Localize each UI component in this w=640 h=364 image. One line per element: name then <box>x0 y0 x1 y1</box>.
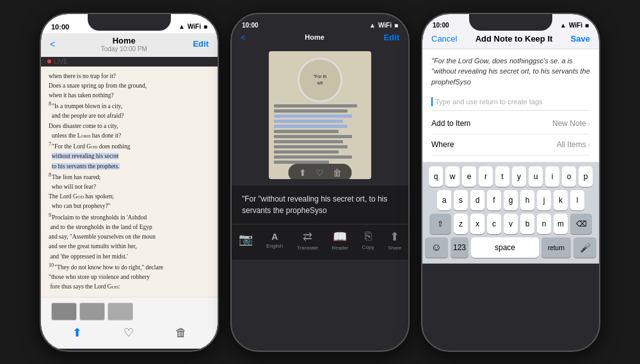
caption-text: "For "without revealing his secret ort, … <box>242 193 398 216</box>
key-i[interactable]: i <box>545 166 559 187</box>
key-123[interactable]: 123 <box>451 237 468 258</box>
cancel-button[interactable]: Cancel <box>431 34 457 44</box>
reader-label: Reader <box>332 245 348 251</box>
image-tool-2[interactable]: ♡ <box>316 168 324 178</box>
thumb-2[interactable] <box>79 303 105 320</box>
key-s[interactable]: s <box>454 190 468 210</box>
translate-icon: ⇄ <box>303 230 312 244</box>
battery-icon: ■ <box>204 23 207 30</box>
status-bar-3: 10:00 ▲ WiFi ■ <box>422 14 599 31</box>
share-icon[interactable]: ⬆ <box>72 326 82 340</box>
trash-icon[interactable]: 🗑 <box>175 326 187 340</box>
image-tool-1[interactable]: ⬆ <box>299 168 307 178</box>
wifi-icon-2: WiFi <box>378 22 392 29</box>
camera-icon: 📷 <box>239 232 253 246</box>
heart-icon[interactable]: ♡ <box>124 326 134 340</box>
nav-bar-2: < Home Edit <box>232 31 408 45</box>
thumb-1[interactable] <box>51 303 77 320</box>
phone1-screen: 10:00 ▲ WiFi ■ < Home Today 10:00 PM Edi… <box>41 14 218 349</box>
key-r[interactable]: r <box>479 166 493 187</box>
key-return[interactable]: return <box>541 237 571 258</box>
key-a[interactable]: a <box>437 190 451 210</box>
keyboard-row-4: ☺ 123 space return 🎤 <box>425 237 596 258</box>
english-icon: A <box>271 232 278 242</box>
key-h[interactable]: h <box>520 190 534 210</box>
bottom-toolbar-1: ⬆ ♡ 🗑 <box>41 297 218 349</box>
nav-title-3: Add Note to Keep It <box>476 34 553 44</box>
tag-input-row[interactable]: Type and use return to create tags <box>431 93 590 111</box>
key-shift[interactable]: ⇧ <box>429 214 451 234</box>
key-k[interactable]: k <box>554 190 568 210</box>
time-3: 10:00 <box>433 22 449 29</box>
reader-icon: 📖 <box>333 230 347 244</box>
bottom-icons-1: ⬆ ♡ 🗑 <box>51 326 207 340</box>
battery-icon-2: ■ <box>394 22 398 29</box>
live-dot <box>47 59 51 63</box>
wifi-icon: WiFi <box>188 23 201 30</box>
english-label: English <box>266 243 283 249</box>
wifi-icon-3: WiFi <box>569 22 582 29</box>
edit-button-2[interactable]: Edit <box>383 33 399 42</box>
phone3-screen: 10:00 ▲ WiFi ■ Cancel Add Note to Keep I… <box>422 14 599 264</box>
add-to-item-label: Add to Item <box>431 119 470 128</box>
tool-share[interactable]: ⬆ Share <box>388 230 401 251</box>
mic-button[interactable]: 🎤 <box>573 237 596 258</box>
phone-1: 10:00 ▲ WiFi ■ < Home Today 10:00 PM Edi… <box>40 13 219 352</box>
nav-subtitle-1: Today 10:00 PM <box>101 45 147 52</box>
live-badge: LIVE <box>41 57 218 67</box>
share-label: Share <box>388 245 401 251</box>
status-bar-1: 10:00 ▲ WiFi ■ <box>41 14 218 33</box>
phone-3: 10:00 ▲ WiFi ■ Cancel Add Note to Keep I… <box>421 13 600 352</box>
key-y[interactable]: y <box>512 166 526 187</box>
scanned-page: "For thwit <box>269 51 371 179</box>
key-c[interactable]: c <box>487 214 501 234</box>
signal-icon-2: ▲ <box>369 22 376 29</box>
where-value-group: All Items › <box>557 140 590 149</box>
edit-button-1[interactable]: Edit <box>193 39 209 49</box>
key-o[interactable]: o <box>562 166 576 187</box>
back-button-1[interactable]: < <box>50 39 55 49</box>
add-to-item-row[interactable]: Add to Item New Note › <box>431 113 590 134</box>
key-q[interactable]: q <box>429 166 443 187</box>
key-l[interactable]: l <box>570 190 584 210</box>
battery-icon-3: ■ <box>585 22 589 29</box>
key-backspace[interactable]: ⌫ <box>570 214 592 234</box>
key-v[interactable]: v <box>504 214 518 234</box>
key-d[interactable]: d <box>470 190 484 210</box>
tool-copy[interactable]: ⎘ Copy <box>362 230 374 250</box>
tool-camera[interactable]: 📷 <box>239 232 253 248</box>
key-b[interactable]: b <box>520 214 534 234</box>
key-u[interactable]: u <box>529 166 543 187</box>
bottom-toolbar-2: 📷 A English ⇄ Translate 📖 Reader ⎘ <box>232 224 408 260</box>
tool-english[interactable]: A English <box>266 232 283 249</box>
quote-text: "For the Lord Gow, does nothinggsc's se.… <box>431 56 590 88</box>
key-z[interactable]: z <box>454 214 468 234</box>
tool-reader[interactable]: 📖 Reader <box>332 230 348 251</box>
key-x[interactable]: x <box>470 214 484 234</box>
image-tool-3[interactable]: 🗑 <box>333 168 342 178</box>
tool-translate[interactable]: ⇄ Translate <box>297 230 318 251</box>
key-g[interactable]: g <box>504 190 518 210</box>
bible-text: when there is no trap for it? Does a sna… <box>41 67 218 297</box>
key-e[interactable]: e <box>462 166 476 187</box>
key-m[interactable]: m <box>554 214 568 234</box>
where-row[interactable]: Where All Items › <box>431 134 590 155</box>
back-button-2[interactable]: < <box>241 33 246 42</box>
nav-title-2: Home <box>305 33 324 41</box>
time-2: 10:00 <box>242 22 259 29</box>
emoji-button[interactable]: ☺ <box>425 237 448 258</box>
phone2-screen: 10:00 ▲ WiFi ■ < Home Edit "For thwit <box>232 14 408 260</box>
key-n[interactable]: n <box>537 214 551 234</box>
key-f[interactable]: f <box>487 190 501 210</box>
signal-icon: ▲ <box>179 23 185 30</box>
key-j[interactable]: j <box>537 190 551 210</box>
key-w[interactable]: w <box>445 166 460 187</box>
add-to-item-value-group: New Note › <box>552 119 590 128</box>
save-button[interactable]: Save <box>571 34 590 44</box>
thumb-3[interactable] <box>108 303 133 320</box>
status-bar-2: 10:00 ▲ WiFi ■ <box>232 14 408 31</box>
key-t[interactable]: t <box>495 166 509 187</box>
note-content-area: "For the Lord Gow, does nothinggsc's se.… <box>422 49 599 163</box>
key-p[interactable]: p <box>579 166 593 187</box>
key-space[interactable]: space <box>471 237 539 258</box>
